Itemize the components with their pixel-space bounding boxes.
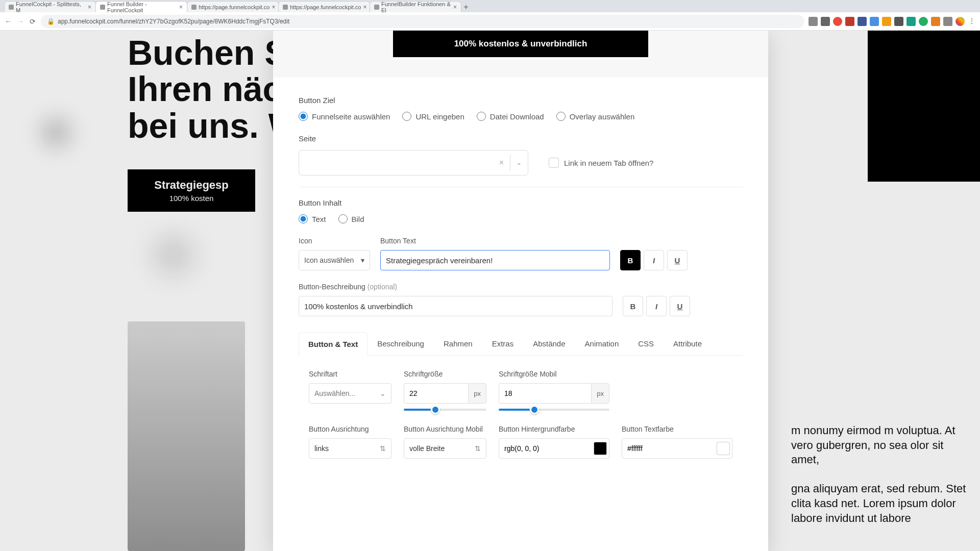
close-icon[interactable]: × — [363, 4, 366, 11]
address-bar-row: ← → ⟳ 🔒app.funnelcockpit.com/funnel/zhY2… — [0, 12, 980, 31]
extension-icon[interactable] — [943, 17, 952, 26]
radio-overlay[interactable]: Overlay auswählen — [556, 112, 635, 121]
schriftgroesse-mobil-slider[interactable] — [499, 409, 609, 411]
browser-tab[interactable]: FunnelBuilder Funktionen & El× — [370, 1, 461, 12]
browser-tab[interactable]: FunnelCockpit - Splittests, M× — [4, 1, 96, 12]
tab-attribute[interactable]: Attribute — [664, 332, 712, 355]
button-text-input[interactable] — [380, 250, 610, 270]
style-tabs: Button & Text Beschreibung Rahmen Extras… — [299, 332, 743, 356]
schriftgroesse-label: Schriftgröße — [404, 370, 486, 378]
forward-icon: → — [16, 17, 24, 26]
tab-button-text[interactable]: Button & Text — [299, 332, 368, 356]
schriftgroesse-input[interactable] — [404, 383, 468, 404]
extension-icon[interactable] — [882, 17, 891, 26]
extension-icon[interactable] — [857, 17, 867, 26]
close-icon[interactable]: × — [272, 4, 275, 11]
unit-label: px — [468, 383, 486, 404]
button-textcolor[interactable] — [622, 438, 732, 459]
extension-icon[interactable] — [906, 17, 916, 26]
browser-tab[interactable]: Funnel Builder - FunnelCockpit× — [95, 1, 187, 12]
tab-abstaende[interactable]: Abstände — [523, 332, 575, 355]
tab-css[interactable]: CSS — [628, 332, 664, 355]
back-icon[interactable]: ← — [4, 17, 12, 26]
extension-icon[interactable] — [894, 17, 903, 26]
lock-icon: 🔒 — [47, 18, 55, 25]
italic-button[interactable]: I — [646, 296, 667, 316]
extension-icon[interactable] — [833, 17, 842, 26]
new-tab-button[interactable]: + — [461, 2, 471, 12]
radio-url-eingeben[interactable]: URL eingeben — [402, 112, 464, 121]
radio-bild[interactable]: Bild — [338, 214, 364, 223]
tab-animation[interactable]: Animation — [575, 332, 629, 355]
extension-icons: ⋮ — [808, 17, 976, 26]
checkbox-icon[interactable] — [549, 158, 559, 168]
extension-icon[interactable] — [931, 17, 940, 26]
extension-icon[interactable] — [845, 17, 854, 26]
underline-button[interactable]: U — [667, 250, 688, 270]
tab-extras[interactable]: Extras — [482, 332, 524, 355]
bold-button[interactable]: B — [620, 250, 641, 270]
browser-tab[interactable]: https://page.funnelcockpit.co× — [278, 1, 370, 12]
page-background: Buchen Si Ihren näch bei uns. W Strategi… — [0, 31, 980, 551]
radio-datei-download[interactable]: Datei Download — [477, 112, 544, 121]
button-ausrichtung-select[interactable]: links⇅ — [309, 438, 391, 459]
schriftgroesse-slider[interactable] — [404, 409, 486, 411]
extension-icon[interactable] — [808, 17, 818, 26]
unit-label: px — [591, 383, 609, 404]
extension-icon[interactable] — [821, 17, 830, 26]
button-editor-modal: 100% kostenlos & unverbindlich Button Zi… — [273, 31, 768, 551]
button-bg-label: Button Hintergrundfarbe — [499, 425, 609, 433]
seite-dropdown[interactable]: × ⌄ — [299, 150, 528, 176]
slider-thumb[interactable] — [431, 405, 440, 414]
browser-chrome: FunnelCockpit - Splittests, M× Funnel Bu… — [0, 0, 980, 31]
clear-icon[interactable]: × — [499, 158, 504, 167]
radio-text[interactable]: Text — [299, 214, 326, 223]
slider-thumb[interactable] — [530, 405, 539, 414]
avatar-icon[interactable] — [955, 17, 965, 26]
chevron-down-icon: ⇅ — [475, 444, 481, 453]
button-inhalt-label: Button Inhalt — [299, 198, 743, 207]
color-swatch[interactable] — [717, 442, 730, 455]
schriftgroesse-mobil-input[interactable] — [499, 383, 591, 404]
button-ausrichtung-mobil-label: Button Ausrichtung Mobil — [404, 425, 486, 433]
close-icon[interactable]: × — [179, 4, 183, 11]
button-ausrichtung-mobil-select[interactable]: volle Breite⇅ — [404, 438, 486, 459]
browser-tab[interactable]: https://page.funnelcockpit.co× — [187, 1, 279, 12]
extension-icon[interactable] — [919, 17, 928, 26]
schriftgroesse-mobil-label: Schriftgröße Mobil — [499, 370, 609, 378]
chevron-down-icon: ⌄ — [517, 159, 522, 166]
chevron-down-icon: ⌄ — [380, 389, 386, 397]
extension-icon[interactable] — [870, 17, 879, 26]
button-preview: 100% kostenlos & unverbindlich — [273, 31, 768, 78]
italic-button[interactable]: I — [644, 250, 664, 270]
icon-label: Icon — [299, 237, 370, 245]
url-bar[interactable]: 🔒app.funnelcockpit.com/funnel/zhY2Y7bGzg… — [41, 15, 804, 28]
chevron-down-icon: ▾ — [361, 256, 364, 264]
schriftart-select[interactable]: Auswählen...⌄ — [309, 383, 391, 404]
browser-tab-bar: FunnelCockpit - Splittests, M× Funnel Bu… — [0, 0, 980, 12]
color-swatch[interactable] — [594, 442, 607, 455]
close-icon[interactable]: × — [453, 4, 457, 11]
icon-select[interactable]: Icon auswählen ▾ — [299, 250, 370, 270]
color-value-input[interactable] — [627, 444, 717, 453]
reload-icon[interactable]: ⟳ — [29, 17, 37, 26]
tab-rahmen[interactable]: Rahmen — [434, 332, 482, 355]
preview-button: 100% kostenlos & unverbindlich — [393, 31, 648, 57]
modal-overlay: 100% kostenlos & unverbindlich Button Zi… — [0, 31, 980, 551]
tab-content: Schriftart Auswählen...⌄ Schriftgröße px — [299, 356, 743, 473]
color-value-input[interactable] — [504, 444, 594, 453]
schriftart-label: Schriftart — [309, 370, 391, 378]
underline-button[interactable]: U — [670, 296, 690, 316]
button-ausrichtung-label: Button Ausrichtung — [309, 425, 391, 433]
button-desc-input[interactable] — [299, 296, 612, 316]
new-tab-checkbox[interactable]: Link in neuem Tab öffnen? — [549, 158, 653, 168]
button-bg-color[interactable] — [499, 438, 609, 459]
button-ziel-label: Button Ziel — [299, 96, 743, 105]
close-icon[interactable]: × — [88, 4, 91, 11]
bold-button[interactable]: B — [623, 296, 643, 316]
menu-icon[interactable]: ⋮ — [968, 17, 976, 25]
button-desc-label: Button-Beschreibung (optional) — [299, 283, 743, 291]
radio-funnelseite[interactable]: Funnelseite auswählen — [299, 112, 390, 121]
tab-beschreibung[interactable]: Beschreibung — [368, 332, 434, 355]
button-ziel-radios: Funnelseite auswählen URL eingeben Datei… — [299, 112, 743, 121]
